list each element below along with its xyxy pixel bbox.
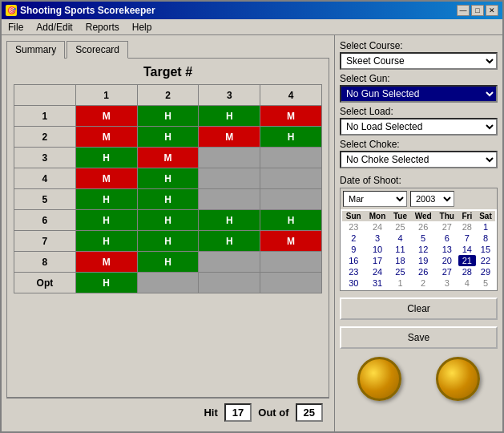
cell[interactable]: M xyxy=(75,106,137,127)
cal-day[interactable]: 9 xyxy=(342,244,365,255)
cal-day[interactable]: 16 xyxy=(342,255,365,266)
cell[interactable]: H xyxy=(75,231,137,252)
cal-day[interactable]: 28 xyxy=(458,266,476,277)
menu-help[interactable]: Help xyxy=(129,21,155,33)
cal-day-selected[interactable]: 21 xyxy=(458,255,476,266)
cal-day[interactable]: 5 xyxy=(410,233,435,244)
tab-summary[interactable]: Summary xyxy=(6,41,65,59)
cal-day[interactable]: 13 xyxy=(436,244,458,255)
cell[interactable] xyxy=(199,168,260,189)
cell[interactable]: H xyxy=(137,210,199,231)
cell[interactable] xyxy=(260,148,322,168)
cal-day[interactable]: 24 xyxy=(365,266,390,277)
cal-day[interactable]: 10 xyxy=(365,244,390,255)
cell[interactable]: M xyxy=(75,252,137,273)
cell[interactable] xyxy=(199,189,260,210)
cal-day[interactable]: 27 xyxy=(436,266,458,277)
course-select[interactable]: Skeet Course xyxy=(340,52,498,70)
tab-scorecard[interactable]: Scorecard xyxy=(67,41,128,59)
save-button[interactable]: Save xyxy=(340,326,498,349)
cal-day[interactable]: 18 xyxy=(389,255,410,266)
cal-day[interactable]: 1 xyxy=(389,277,410,289)
minimize-button[interactable]: — xyxy=(457,5,470,16)
cell[interactable]: H xyxy=(137,106,199,127)
cal-day[interactable]: 23 xyxy=(342,266,365,277)
cal-day[interactable]: 4 xyxy=(458,277,476,289)
cal-day[interactable]: 8 xyxy=(476,233,495,244)
menu-reports[interactable]: Reports xyxy=(83,21,123,33)
cal-day[interactable]: 20 xyxy=(436,255,458,266)
cal-day[interactable]: 19 xyxy=(410,255,435,266)
cal-day[interactable]: 28 xyxy=(458,221,476,233)
menu-add-edit[interactable]: Add/Edit xyxy=(33,21,75,33)
cal-day[interactable]: 5 xyxy=(476,277,495,289)
cell[interactable]: H xyxy=(137,168,199,189)
cal-day[interactable]: 6 xyxy=(436,233,458,244)
cal-day[interactable]: 2 xyxy=(342,233,365,244)
cell[interactable]: M xyxy=(75,127,137,148)
close-button[interactable]: ✕ xyxy=(486,5,498,16)
choke-select[interactable]: No Choke Selected xyxy=(340,151,498,168)
cal-day[interactable]: 14 xyxy=(458,244,476,255)
cell[interactable]: H xyxy=(75,210,137,231)
cal-day[interactable]: 25 xyxy=(389,221,410,233)
cal-day[interactable]: 22 xyxy=(476,255,495,266)
cal-day[interactable]: 11 xyxy=(389,244,410,255)
cell[interactable] xyxy=(260,189,322,210)
gun-select[interactable]: No Gun Selected xyxy=(340,85,498,103)
cell[interactable]: H xyxy=(75,189,137,210)
cal-day[interactable]: 15 xyxy=(476,244,495,255)
cal-day[interactable]: 30 xyxy=(342,277,365,289)
cal-day[interactable]: 26 xyxy=(410,221,435,233)
cell[interactable]: M xyxy=(137,148,199,168)
clay-button-group xyxy=(340,357,498,401)
cal-day[interactable]: 3 xyxy=(436,277,458,289)
year-select[interactable]: 200220032004 xyxy=(410,191,454,207)
cell[interactable]: H xyxy=(260,127,322,148)
cell[interactable]: M xyxy=(199,127,260,148)
cal-day[interactable]: 29 xyxy=(476,266,495,277)
cal-day[interactable]: 2 xyxy=(410,277,435,289)
load-select[interactable]: No Load Selected xyxy=(340,118,498,136)
cell[interactable]: H xyxy=(199,231,260,252)
cal-day[interactable]: 26 xyxy=(410,266,435,277)
table-row: 2 M H M H xyxy=(14,127,322,148)
cal-day[interactable]: 24 xyxy=(365,221,390,233)
cal-day[interactable]: 17 xyxy=(365,255,390,266)
cal-day[interactable]: 4 xyxy=(389,233,410,244)
cell[interactable]: H xyxy=(260,210,322,231)
cal-day[interactable]: 23 xyxy=(342,221,365,233)
cal-day[interactable]: 3 xyxy=(365,233,390,244)
cal-day[interactable]: 31 xyxy=(365,277,390,289)
cal-day[interactable]: 1 xyxy=(476,221,495,233)
calendar-header: JanFebMar AprMayJun JulAugSep OctNovDec … xyxy=(341,188,497,209)
cell[interactable] xyxy=(260,252,322,273)
cell[interactable]: M xyxy=(75,168,137,189)
cell[interactable] xyxy=(199,273,260,293)
cell[interactable] xyxy=(199,148,260,168)
cell[interactable]: H xyxy=(137,189,199,210)
cell[interactable]: H xyxy=(199,106,260,127)
cal-day[interactable]: 25 xyxy=(389,266,410,277)
cell[interactable] xyxy=(260,273,322,293)
maximize-button[interactable]: □ xyxy=(471,5,484,16)
cell[interactable]: H xyxy=(137,127,199,148)
cal-day[interactable]: 27 xyxy=(436,221,458,233)
cell[interactable] xyxy=(199,252,260,273)
month-select[interactable]: JanFebMar AprMayJun JulAugSep OctNovDec xyxy=(343,191,407,207)
cell[interactable]: H xyxy=(137,252,199,273)
clay-button-1[interactable] xyxy=(357,357,401,401)
cell[interactable]: M xyxy=(260,106,322,127)
clay-button-2[interactable] xyxy=(436,357,480,401)
clear-button[interactable]: Clear xyxy=(340,297,498,320)
cell[interactable]: H xyxy=(199,210,260,231)
cell[interactable] xyxy=(260,168,322,189)
cell[interactable]: M xyxy=(260,231,322,252)
cell[interactable] xyxy=(137,273,199,293)
cell[interactable]: H xyxy=(137,231,199,252)
cell[interactable]: H xyxy=(75,273,137,293)
cal-day[interactable]: 7 xyxy=(458,233,476,244)
menu-file[interactable]: File xyxy=(5,21,26,33)
cal-day[interactable]: 12 xyxy=(410,244,435,255)
cell[interactable]: H xyxy=(75,148,137,168)
